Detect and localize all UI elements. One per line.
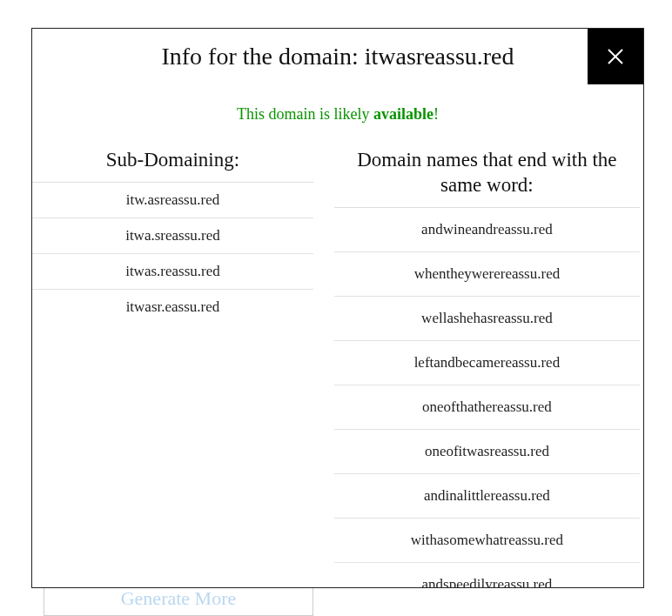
list-item[interactable]: oneofthathereassu.red (334, 385, 640, 430)
availability-word: available (373, 105, 433, 123)
modal-header: Info for the domain: itwasreassu.red (32, 29, 643, 84)
list-item[interactable]: leftandbecamereassu.red (334, 341, 640, 385)
sameword-header: Domain names that end with the same word… (334, 148, 640, 208)
subdomain-column: Sub-Domaining: itw.asreassu.reditwa.srea… (32, 148, 313, 587)
list-item[interactable]: withasomewhatreassu.red (334, 519, 640, 563)
domain-info-modal: Info for the domain: itwasreassu.red Thi… (31, 28, 644, 588)
modal-body: This domain is likely available! Sub-Dom… (32, 84, 643, 587)
availability-status: This domain is likely available! (32, 84, 643, 148)
list-item[interactable]: whentheywerereassu.red (334, 252, 640, 297)
list-item[interactable]: itw.asreassu.red (32, 183, 313, 218)
availability-prefix: This domain is likely (237, 105, 373, 123)
sameword-list: andwineandreassu.redwhentheywerereassu.r… (334, 208, 640, 588)
list-item[interactable]: itwasr.eassu.red (32, 290, 313, 325)
list-item[interactable]: wellashehasreassu.red (334, 297, 640, 341)
subdomain-header: Sub-Domaining: (32, 148, 313, 183)
close-button[interactable] (588, 29, 643, 84)
list-item[interactable]: andinalittlereassu.red (334, 474, 640, 519)
close-icon (605, 46, 626, 67)
columns: Sub-Domaining: itw.asreassu.reditwa.srea… (32, 148, 643, 587)
list-item[interactable]: itwas.reassu.red (32, 254, 313, 290)
availability-suffix: ! (433, 105, 439, 123)
list-item[interactable]: oneofitwasreassu.red (334, 430, 640, 474)
subdomain-list: itw.asreassu.reditwa.sreassu.reditwas.re… (32, 183, 313, 325)
modal-title: Info for the domain: itwasreassu.red (161, 43, 514, 70)
list-item[interactable]: itwa.sreassu.red (32, 218, 313, 254)
list-item[interactable]: andspeedilyreassu.red (334, 563, 640, 588)
list-item[interactable]: andwineandreassu.red (334, 208, 640, 252)
generate-more-label: Generate More (121, 587, 237, 610)
sameword-column: Domain names that end with the same word… (334, 148, 640, 587)
